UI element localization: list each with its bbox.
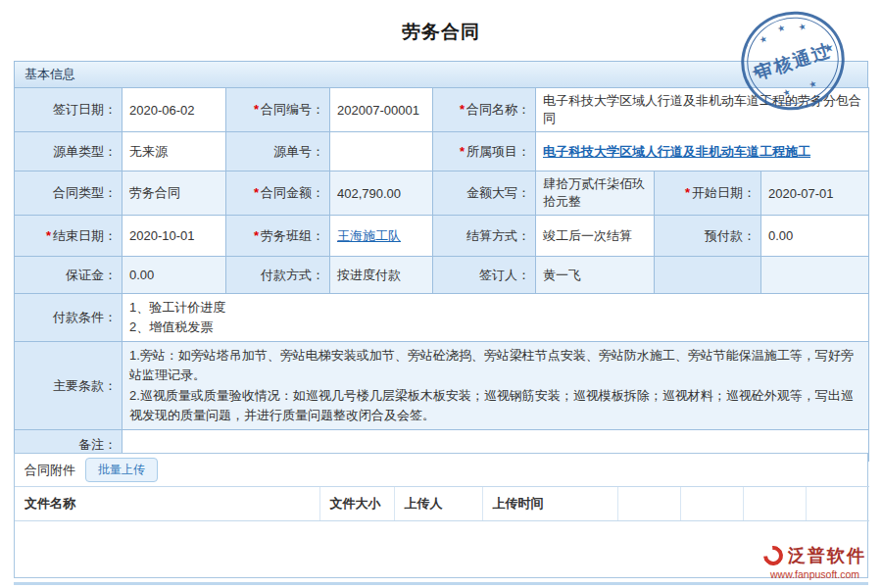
field-label-start-date: *开始日期：: [655, 172, 761, 216]
form-row: 保证金： 0.00 付款方式： 按进度付款 签订人： 黄一飞: [15, 257, 869, 294]
column-header-file-name: 文件名称: [15, 487, 319, 521]
field-label-contract-name: *合同名称：: [433, 88, 536, 132]
label-text: 结算方式：: [466, 228, 530, 243]
field-value-deposit: 0.00: [122, 257, 226, 294]
form-row: *结束日期： 2020-10-01 *劳务班组： 王海施工队 结算方式： 竣工后…: [15, 216, 869, 257]
field-label-source-type: 源单类型：: [15, 132, 122, 172]
field-label-advance-payment: 预付款：: [655, 216, 761, 257]
form-row: 合同类型： 劳务合同 *合同金额： 402,790.00 金额大写： 肆拾万贰仟…: [15, 172, 869, 216]
fanpu-logo: 泛普软件 www.fanpusoft.com: [763, 544, 866, 580]
field-value-empty: [761, 257, 869, 294]
required-icon: *: [254, 102, 259, 117]
label-text: 备注：: [78, 437, 117, 452]
label-text: 开始日期：: [692, 185, 756, 200]
field-value-amount-in-words: 肆拾万贰仟柒佰玖拾元整: [536, 172, 655, 216]
label-text: 主要条款：: [53, 378, 117, 393]
label-text: 预付款：: [705, 228, 756, 243]
field-label-sign-date: 签订日期：: [15, 88, 122, 132]
label-text: 签订人：: [479, 268, 530, 282]
label-text: 合同名称：: [466, 102, 530, 117]
label-text: 所属项目：: [466, 144, 530, 159]
label-text: 金额大写：: [466, 185, 530, 200]
label-text: 劳务班组：: [261, 228, 324, 243]
form-row: 签订日期： 2020-06-02 *合同编号： 202007-00001 *合同…: [15, 88, 869, 132]
logo-text: 泛普软件: [788, 544, 866, 567]
field-value-end-date: 2020-10-01: [122, 216, 226, 257]
field-value-source-type: 无来源: [122, 132, 226, 172]
field-label-payment-method: 付款方式：: [226, 257, 330, 294]
field-label-contract-amount: *合同金额：: [226, 172, 330, 216]
logo-icon: [760, 542, 787, 569]
field-label-labor-team: *劳务班组：: [226, 216, 330, 257]
label-text: 保证金：: [66, 268, 117, 282]
label-text: 源单号：: [273, 144, 324, 159]
batch-upload-button[interactable]: 批量上传: [85, 458, 158, 482]
empty-column-header: [617, 487, 680, 521]
field-value-settlement-method: 竣工后一次结算: [536, 216, 655, 257]
field-value-labor-team: 王海施工队: [330, 216, 433, 257]
label-text: 付款方式：: [261, 268, 324, 282]
basic-info-section: 基本信息 签订日期： 2020-06-02 *合同编号： 202007-0000…: [14, 61, 868, 462]
field-value-payment-method: 按进度付款: [330, 257, 433, 294]
label-text: 结束日期：: [53, 228, 117, 243]
field-value-contract-type: 劳务合同: [122, 172, 226, 216]
labor-team-link[interactable]: 王海施工队: [337, 228, 401, 243]
field-value-payment-terms: 1、验工计价进度 2、增值税发票: [122, 294, 869, 342]
field-value-advance-payment: 0.00: [761, 216, 869, 257]
field-value-sign-date: 2020-06-02: [122, 88, 226, 132]
field-label-source-no: 源单号：: [226, 132, 330, 172]
empty-column-header: [743, 487, 806, 521]
attachments-table: 文件名称 文件大小 上传人 上传时间: [15, 486, 869, 521]
project-link[interactable]: 电子科技大学区域人行道及非机动车道工程施工: [543, 144, 810, 159]
label-text: 合同金额：: [261, 185, 324, 200]
form-row: 主要条款： 1.旁站：如旁站塔吊加节、旁站电梯安装或加节、旁站砼浇捣、旁站梁柱节…: [15, 342, 869, 430]
column-header-uploader: 上传人: [394, 487, 482, 521]
empty-column-header: [806, 487, 869, 521]
label-text: 合同编号：: [261, 102, 324, 117]
field-label-deposit: 保证金：: [15, 257, 122, 294]
field-value-source-no: [330, 132, 433, 172]
required-icon: *: [254, 228, 259, 243]
field-label-settlement-method: 结算方式：: [433, 216, 536, 257]
attachments-section: 合同附件 批量上传 文件名称 文件大小 上传人 上传时间: [14, 453, 868, 578]
required-icon: *: [460, 144, 465, 159]
column-header-file-size: 文件大小: [319, 487, 394, 521]
field-value-contract-no: 202007-00001: [330, 88, 433, 132]
required-icon: *: [46, 228, 51, 243]
field-label-main-terms: 主要条款：: [15, 342, 122, 430]
empty-column-header: [680, 487, 743, 521]
basic-info-table: 签订日期： 2020-06-02 *合同编号： 202007-00001 *合同…: [14, 87, 869, 462]
label-text: 合同类型：: [53, 185, 117, 200]
field-value-project: 电子科技大学区域人行道及非机动车道工程施工: [536, 132, 869, 172]
field-value-signer: 黄一飞: [536, 257, 655, 294]
field-value-start-date: 2020-07-01: [761, 172, 869, 216]
label-text: 签订日期：: [53, 102, 117, 117]
attachments-header-row: 文件名称 文件大小 上传人 上传时间: [15, 487, 869, 521]
form-row: 源单类型： 无来源 源单号： *所属项目： 电子科技大学区域人行道及非机动车道工…: [15, 132, 869, 172]
field-label-signer: 签订人：: [433, 257, 536, 294]
field-label-amount-in-words: 金额大写：: [433, 172, 536, 216]
attachments-empty-body: [15, 521, 867, 578]
required-icon: *: [460, 102, 465, 117]
field-label-contract-no: *合同编号：: [226, 88, 330, 132]
label-text: 付款条件：: [53, 310, 117, 324]
attachments-header: 合同附件 批量上传: [15, 454, 867, 486]
logo-site: www.fanpusoft.com: [763, 568, 866, 580]
field-value-contract-amount: 402,790.00: [330, 172, 433, 216]
field-label-empty: [655, 257, 761, 294]
field-value-main-terms: 1.旁站：如旁站塔吊加节、旁站电梯安装或加节、旁站砼浇捣、旁站梁柱节点安装、旁站…: [122, 342, 869, 430]
field-label-contract-type: 合同类型：: [15, 172, 122, 216]
attachments-title: 合同附件: [24, 462, 75, 479]
field-label-project: *所属项目：: [433, 132, 536, 172]
required-icon: *: [685, 185, 690, 200]
field-label-payment-terms: 付款条件：: [15, 294, 122, 342]
column-header-upload-time: 上传时间: [482, 487, 617, 521]
bottom-divider: [14, 582, 868, 585]
field-label-end-date: *结束日期：: [15, 216, 122, 257]
form-row: 付款条件： 1、验工计价进度 2、增值税发票: [15, 294, 869, 342]
label-text: 源单类型：: [53, 144, 117, 159]
required-icon: *: [254, 185, 259, 200]
